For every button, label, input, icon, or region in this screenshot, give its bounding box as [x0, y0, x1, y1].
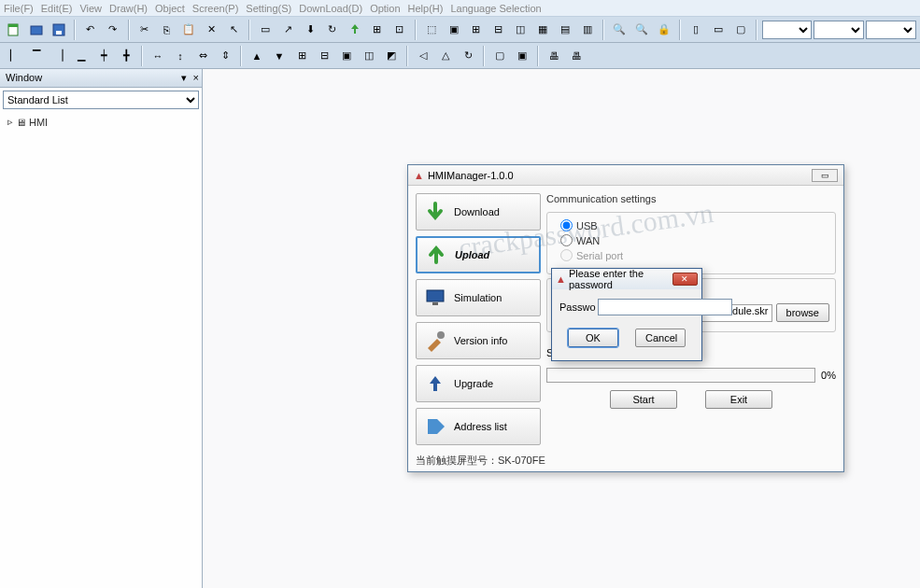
zoom-out-icon[interactable]: 🔍 — [609, 20, 630, 40]
ungroup-icon[interactable]: ⊟ — [314, 46, 334, 66]
menu-draw[interactable]: Draw(H) — [109, 3, 148, 14]
menu-help[interactable]: Help(H) — [408, 3, 444, 14]
misc-a-icon[interactable]: ▣ — [336, 46, 357, 66]
zoom-in-icon[interactable]: 🔍 — [631, 20, 652, 40]
password-input[interactable] — [598, 299, 732, 315]
combo-3[interactable] — [866, 21, 916, 39]
copy-icon[interactable]: ⎘ — [157, 20, 177, 40]
dist-h-icon[interactable]: ↔ — [148, 46, 168, 66]
layout-c-icon[interactable]: ▢ — [730, 20, 751, 40]
expand-icon[interactable]: ▹ — [7, 116, 13, 128]
pointer-icon[interactable]: ↖ — [223, 20, 244, 40]
menu-edit[interactable]: Edit(E) — [41, 3, 73, 14]
menu-object[interactable]: Object — [155, 3, 185, 14]
menu-view[interactable]: View — [79, 3, 102, 14]
tool-m-icon[interactable]: ▥ — [577, 20, 598, 40]
combo-2[interactable] — [814, 21, 864, 39]
radio-usb[interactable]: USB — [560, 219, 829, 231]
print2-icon[interactable]: 🖶 — [566, 46, 587, 66]
toolbar-2: ▏ ▔ ▕ ▁ ┿ ╋ ↔ ↕ ⇔ ⇕ ▲ ▼ ⊞ ⊟ ▣ ◫ ◩ ◁ △ ↻ … — [0, 43, 920, 69]
download-button[interactable]: Download — [416, 193, 541, 231]
layout-b-icon[interactable]: ▭ — [708, 20, 729, 40]
panel-select[interactable]: Standard List — [3, 91, 199, 109]
tree-item-hmi[interactable]: ▹ 🖥 HMI — [7, 116, 194, 128]
delete-icon[interactable]: ✕ — [201, 20, 221, 40]
group-icon[interactable]: ⊞ — [291, 46, 312, 66]
pin-icon[interactable]: ▾ — [181, 72, 187, 84]
upload-button[interactable]: Upload — [416, 236, 541, 273]
close-icon[interactable]: ✕ — [672, 273, 698, 286]
align-top-icon[interactable]: ▔ — [26, 46, 47, 66]
align-center-h-icon[interactable]: ┿ — [93, 46, 114, 66]
new-icon[interactable] — [4, 20, 24, 40]
minimize-icon[interactable]: ▭ — [812, 169, 838, 182]
tool-e-icon[interactable]: ⊡ — [389, 20, 410, 40]
tool-b-icon[interactable]: ↗ — [277, 20, 298, 40]
save-icon[interactable] — [49, 20, 69, 40]
refresh-icon[interactable]: ↻ — [322, 20, 343, 40]
exit-button[interactable]: Exit — [705, 390, 772, 409]
back-icon[interactable]: ▼ — [269, 46, 290, 66]
tool-j-icon[interactable]: ◫ — [510, 20, 531, 40]
close-panel-icon[interactable]: × — [193, 72, 199, 83]
radio-wan[interactable]: WAN — [560, 234, 829, 246]
toolbar-1: ↶ ↷ ✂ ⎘ 📋 ✕ ↖ ▭ ↗ ⬇ ↻ ⊞ ⊡ ⬚ ▣ ⊞ ⊟ ◫ ▦ ▤ … — [0, 17, 920, 43]
tool-a-icon[interactable]: ▭ — [255, 20, 276, 40]
version-button[interactable]: Version info — [416, 322, 541, 359]
misc-c-icon[interactable]: ◩ — [381, 46, 402, 66]
menu-download[interactable]: DownLoad(D) — [299, 3, 362, 14]
tool-f-icon[interactable]: ⬚ — [421, 20, 442, 40]
open-icon[interactable] — [26, 20, 47, 40]
ok-button[interactable]: OK — [568, 329, 618, 347]
option-a-icon[interactable]: ▢ — [489, 46, 510, 66]
upgrade-button[interactable]: Upgrade — [416, 365, 541, 402]
option-b-icon[interactable]: ▣ — [512, 46, 532, 66]
same-w-icon[interactable]: ⇔ — [192, 46, 213, 66]
tool-k-icon[interactable]: ▦ — [532, 20, 553, 40]
front-icon[interactable]: ▲ — [247, 46, 267, 66]
window-panel: Window ▾ × Standard List ▹ 🖥 HMI — [0, 69, 203, 588]
tool-l-icon[interactable]: ▤ — [555, 20, 575, 40]
tool-h-icon[interactable]: ⊞ — [466, 20, 487, 40]
rotate-icon[interactable]: ↻ — [458, 46, 478, 66]
flip-h-icon[interactable]: ◁ — [413, 46, 433, 66]
dist-v-icon[interactable]: ↕ — [170, 46, 191, 66]
menu-option[interactable]: Option — [370, 3, 400, 14]
cut-icon[interactable]: ✂ — [134, 20, 155, 40]
upload-icon[interactable] — [345, 20, 365, 40]
align-bottom-icon[interactable]: ▁ — [71, 46, 92, 66]
tool-c-icon[interactable]: ⬇ — [300, 20, 320, 40]
tool-g-icon[interactable]: ▣ — [444, 20, 464, 40]
lock-icon[interactable]: 🔒 — [654, 20, 674, 40]
align-center-v-icon[interactable]: ╋ — [116, 46, 136, 66]
print-icon[interactable]: 🖶 — [544, 46, 564, 66]
align-right-icon[interactable]: ▕ — [49, 46, 69, 66]
simulation-button[interactable]: Simulation — [416, 279, 541, 316]
menu-language[interactable]: Language Selection — [450, 3, 541, 14]
upload-label: Upload — [455, 249, 489, 260]
align-left-icon[interactable]: ▏ — [4, 46, 24, 66]
paste-icon[interactable]: 📋 — [178, 20, 199, 40]
browse-button[interactable]: browse — [776, 303, 829, 322]
flip-v-icon[interactable]: △ — [435, 46, 456, 66]
layout-a-icon[interactable]: ▯ — [686, 20, 706, 40]
radio-wan-input[interactable] — [560, 234, 573, 246]
address-button[interactable]: Address list — [416, 408, 541, 445]
dialog-titlebar[interactable]: ▲ HMIManager-1.0.0 ▭ — [408, 165, 843, 186]
tool-i-icon[interactable]: ⊟ — [488, 20, 508, 40]
menu-screen[interactable]: Screen(P) — [192, 3, 239, 14]
misc-b-icon[interactable]: ◫ — [359, 46, 379, 66]
undo-icon[interactable]: ↶ — [80, 20, 101, 40]
tool-d-icon[interactable]: ⊞ — [367, 20, 388, 40]
combo-1[interactable] — [762, 21, 813, 39]
pwd-titlebar[interactable]: ▲ Please enter the password ✕ — [552, 269, 701, 289]
menu-file[interactable]: File(F) — [4, 3, 34, 14]
app-logo-icon: ▲ — [414, 170, 424, 181]
radio-usb-input[interactable] — [560, 219, 573, 231]
redo-icon[interactable]: ↷ — [103, 20, 123, 40]
same-h-icon[interactable]: ⇕ — [215, 46, 235, 66]
radio-usb-label: USB — [576, 220, 598, 231]
start-button[interactable]: Start — [610, 390, 677, 409]
cancel-button[interactable]: Cancel — [635, 329, 686, 347]
menu-setting[interactable]: Setting(S) — [246, 3, 291, 14]
